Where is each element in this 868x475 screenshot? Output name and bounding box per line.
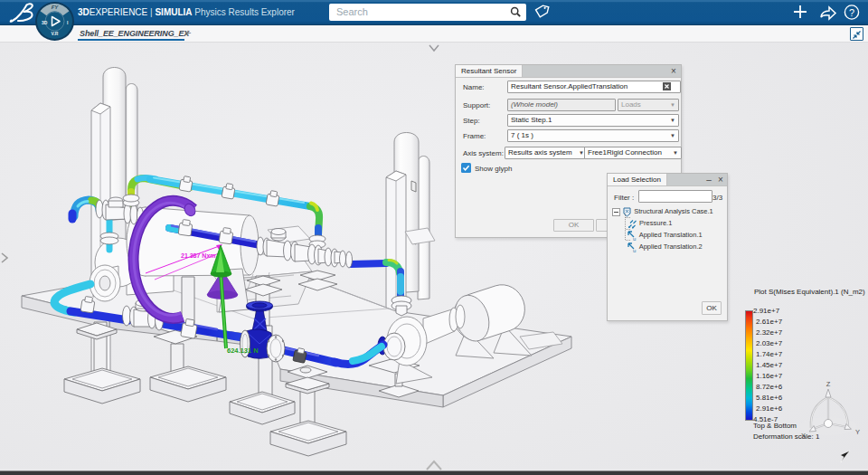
svg-text:Y: Y (855, 428, 860, 436)
svg-text:u: u (633, 248, 636, 252)
svg-text:?: ? (849, 7, 854, 18)
svg-text:X: X (801, 432, 806, 440)
svg-text:3D: 3D (42, 20, 48, 25)
svg-text:u: u (633, 236, 636, 241)
svg-text:21.387 Nxm: 21.387 Nxm (181, 252, 216, 259)
svg-text:FY: FY (52, 5, 60, 10)
svg-text:V.R: V.R (52, 31, 59, 36)
svg-text:624.131 N: 624.131 N (227, 347, 259, 355)
svg-text:Z: Z (826, 380, 831, 388)
